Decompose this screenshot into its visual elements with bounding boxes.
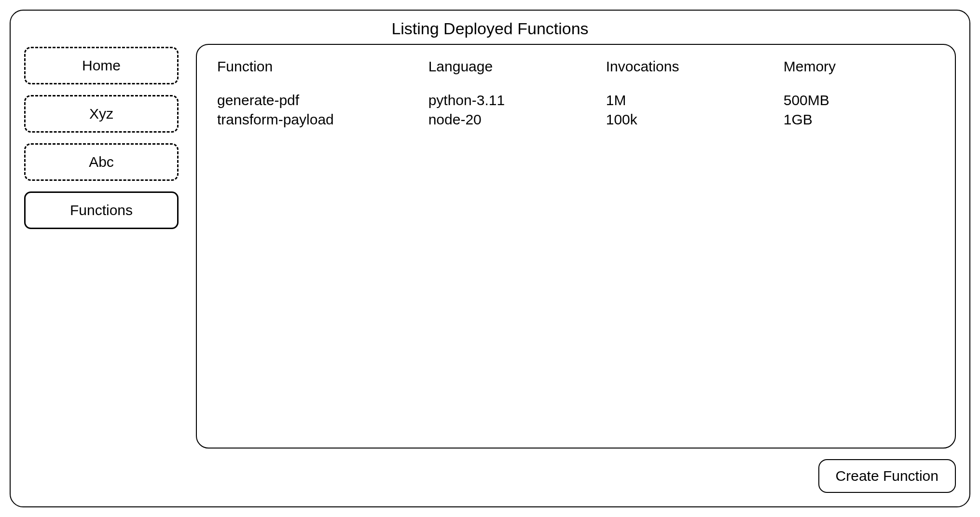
body-row: Home Xyz Abc Functions Function Language…: [24, 44, 956, 493]
sidebar-item-abc[interactable]: Abc: [24, 143, 179, 181]
cell-invocations: 1M: [606, 92, 774, 109]
sidebar-item-label: Xyz: [89, 106, 113, 122]
sidebar-item-label: Home: [82, 57, 121, 74]
sidebar-item-home[interactable]: Home: [24, 47, 179, 84]
footer-row: Create Function: [196, 459, 956, 493]
cell-language: python-3.11: [428, 92, 596, 109]
create-function-button[interactable]: Create Function: [818, 459, 956, 493]
col-header-function: Function: [217, 58, 419, 75]
sidebar-item-label: Functions: [70, 202, 133, 218]
cell-function: generate-pdf: [217, 92, 419, 109]
main-area: Function Language Invocations Memory gen…: [196, 44, 956, 493]
create-function-label: Create Function: [836, 468, 939, 484]
cell-invocations: 100k: [606, 111, 774, 128]
sidebar-item-xyz[interactable]: Xyz: [24, 95, 179, 133]
functions-panel: Function Language Invocations Memory gen…: [196, 44, 956, 449]
app-window: Listing Deployed Functions Home Xyz Abc …: [10, 10, 970, 507]
cell-memory: 1GB: [784, 111, 935, 128]
cell-function: transform-payload: [217, 111, 419, 128]
cell-memory: 500MB: [784, 92, 935, 109]
page-title: Listing Deployed Functions: [24, 19, 956, 38]
col-header-language: Language: [428, 58, 596, 75]
col-header-memory: Memory: [784, 58, 935, 75]
cell-language: node-20: [428, 111, 596, 128]
col-header-invocations: Invocations: [606, 58, 774, 75]
sidebar: Home Xyz Abc Functions: [24, 44, 179, 493]
sidebar-item-label: Abc: [89, 154, 114, 170]
sidebar-item-functions[interactable]: Functions: [24, 191, 179, 229]
functions-table: Function Language Invocations Memory gen…: [217, 58, 935, 128]
